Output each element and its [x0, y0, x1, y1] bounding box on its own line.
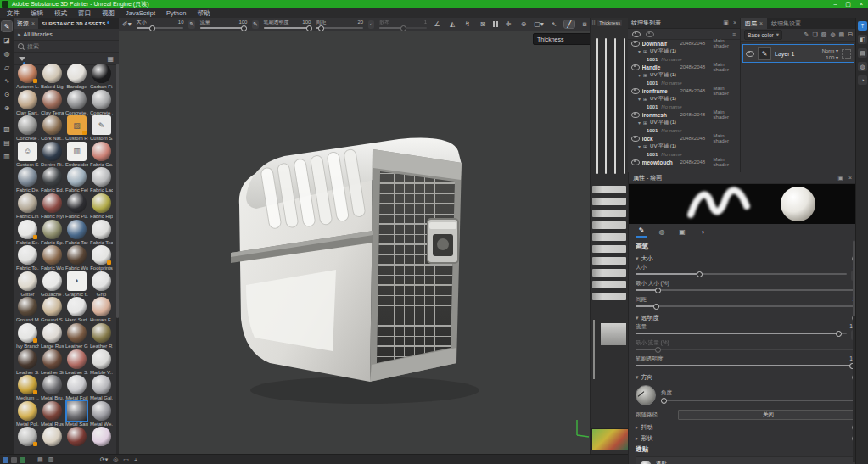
- asset-item[interactable]: Clay Terra...: [41, 90, 64, 116]
- channel-select[interactable]: Base color ▾: [744, 30, 782, 40]
- asset-item[interactable]: Footprints: [90, 245, 113, 271]
- follow-path-button[interactable]: 关闭: [678, 410, 859, 420]
- asset-thumbnail[interactable]: [18, 297, 37, 316]
- asset-thumbnail[interactable]: [42, 349, 62, 369]
- library-selector[interactable]: ▸ All libraries: [14, 29, 119, 41]
- tab-texture-set-settings[interactable]: 纹理集设置: [767, 18, 805, 29]
- grid-view-icon[interactable]: ▦: [107, 55, 114, 63]
- lazy-mouse-icon[interactable]: ↯: [462, 20, 473, 28]
- asset-item[interactable]: Metal Gal...: [90, 375, 113, 401]
- property-slider-笔刷透明度[interactable]: 笔刷透明度100: [636, 355, 859, 372]
- tab-close-icon[interactable]: ×: [759, 20, 763, 26]
- stroke-options-icon[interactable]: ✐▾: [122, 20, 132, 28]
- slider-knob[interactable]: [655, 288, 661, 293]
- asset-item[interactable]: Hard Surf...: [65, 297, 88, 323]
- asset-item[interactable]: Large Rus...: [41, 323, 64, 349]
- asset-item[interactable]: Leather R...: [90, 323, 113, 349]
- uv-2d-view-strip[interactable]: ⠿ Thickness: [590, 18, 630, 464]
- asset-thumbnail[interactable]: [67, 193, 87, 213]
- asset-item[interactable]: Metal Pol...: [16, 401, 39, 428]
- viewport-3d[interactable]: Thickness ▾: [119, 31, 590, 454]
- asset-thumbnail[interactable]: [42, 90, 62, 109]
- asset-thumbnail[interactable]: [92, 90, 111, 109]
- asset-item[interactable]: Leather S...: [16, 349, 39, 376]
- close-button[interactable]: ×: [860, 0, 863, 8]
- asset-thumbnail[interactable]: ✎: [92, 115, 111, 135]
- scatter-icon[interactable]: ⁖: [368, 20, 374, 29]
- menu-edit[interactable]: 编辑: [31, 9, 43, 18]
- asset-thumbnail[interactable]: [18, 220, 37, 239]
- asset-thumbnail[interactable]: [67, 375, 87, 394]
- brush-stroke-icon[interactable]: ╱: [564, 20, 574, 28]
- angle-dial[interactable]: [636, 385, 656, 405]
- asset-thumbnail[interactable]: [42, 401, 62, 421]
- uv-tile-row[interactable]: ▾⊞UV 平铺 (1): [628, 119, 740, 126]
- follow-path-row[interactable]: 跟随路径关闭: [636, 408, 859, 422]
- eraser-tool[interactable]: ◪: [2, 35, 12, 45]
- tab-assets[interactable]: 资源 ×: [14, 18, 38, 29]
- tab-particles-settings[interactable]: ◍: [656, 226, 668, 238]
- asset-item[interactable]: Fabric Pu...: [65, 193, 88, 220]
- visibility-icon[interactable]: [631, 136, 640, 142]
- asset-thumbnail[interactable]: [67, 245, 87, 265]
- layer-visibility-icon[interactable]: [746, 51, 754, 57]
- camera-icon[interactable]: ⧇: [580, 20, 590, 29]
- texture-set-row[interactable]: ironmesh2048x2048Main shader: [628, 110, 740, 119]
- angle-dial-row[interactable]: 角度0: [636, 383, 859, 408]
- asset-thumbnail[interactable]: [42, 271, 62, 291]
- asset-thumbnail[interactable]: [67, 323, 87, 343]
- asset-item[interactable]: Leather S...: [65, 349, 88, 376]
- asset-search[interactable]: 搜索: [14, 41, 119, 53]
- asset-item[interactable]: ▨Custom R...: [65, 115, 88, 142]
- symmetry-icon[interactable]: ⊠: [478, 20, 488, 28]
- asset-thumbnail[interactable]: [18, 427, 37, 446]
- slider-knob[interactable]: [653, 304, 659, 310]
- visibility-icon[interactable]: [631, 41, 640, 47]
- property-slider-流量[interactable]: 流量100✎: [636, 323, 859, 339]
- navigation-gizmo[interactable]: [574, 418, 590, 439]
- asset-thumbnail[interactable]: [92, 271, 111, 291]
- shelf-icon[interactable]: ◍: [858, 62, 867, 71]
- asset-thumbnail[interactable]: [18, 401, 37, 421]
- add-effect-icon[interactable]: ❏: [812, 31, 817, 38]
- projection-tool[interactable]: ◍: [2, 48, 12, 59]
- asset-thumbnail[interactable]: [92, 427, 111, 446]
- asset-item[interactable]: Metal Foil: [65, 375, 88, 401]
- asset-thumbnail[interactable]: [92, 245, 111, 265]
- asset-thumbnail[interactable]: [42, 167, 62, 187]
- asset-item[interactable]: [16, 427, 39, 453]
- asset-item[interactable]: Fabric Sp...: [41, 220, 64, 246]
- asset-thumbnail[interactable]: [67, 297, 87, 316]
- tab-substance-assets[interactable]: SUBSTANCE 3D ASSETS: [38, 21, 112, 26]
- add-asset-icon[interactable]: +: [134, 457, 137, 463]
- asset-item[interactable]: Fabric Se...: [16, 220, 39, 246]
- asset-item[interactable]: Gouache ...: [41, 271, 64, 298]
- pressure-toggle-icon[interactable]: ✎: [188, 20, 194, 29]
- solo-visibility-icon[interactable]: [646, 31, 654, 37]
- asset-item[interactable]: Fabric Tar...: [65, 220, 88, 246]
- asset-thumbnail[interactable]: [67, 167, 87, 187]
- asset-thumbnail[interactable]: [18, 64, 37, 83]
- asset-thumbnail[interactable]: [42, 115, 62, 135]
- frame-icon[interactable]: ▭: [123, 456, 129, 463]
- asset-thumbnail[interactable]: [67, 349, 87, 369]
- viewport-channel-select[interactable]: Thickness ▾: [533, 33, 590, 45]
- chevron-down-icon[interactable]: ▾: [638, 143, 641, 149]
- asset-item[interactable]: Leather G...: [65, 323, 88, 349]
- uv-tile-row[interactable]: ▾⊞UV 平铺 (1): [628, 95, 740, 103]
- display-settings-icon[interactable]: ▢▾: [534, 20, 544, 28]
- tab-brush-settings[interactable]: ✎: [636, 225, 647, 238]
- asset-item[interactable]: Fabric De...: [16, 167, 39, 193]
- export-icon[interactable]: ⤒: [858, 21, 867, 31]
- layer-mask-slot[interactable]: [842, 49, 851, 59]
- asset-thumbnail[interactable]: [18, 115, 37, 135]
- property-slider-大小[interactable]: 大小10✎: [636, 264, 859, 280]
- asset-thumbnail[interactable]: [92, 64, 111, 83]
- toolbar-slider-笔刷透明度[interactable]: 笔刷透明度100: [264, 20, 311, 29]
- close-panel-icon[interactable]: ×: [733, 20, 736, 26]
- menu-python[interactable]: Python: [166, 9, 186, 17]
- asset-thumbnail[interactable]: [42, 375, 62, 394]
- asset-item[interactable]: [65, 427, 88, 453]
- asset-item[interactable]: Ivy Branch: [16, 323, 39, 349]
- slider-knob[interactable]: [697, 271, 703, 277]
